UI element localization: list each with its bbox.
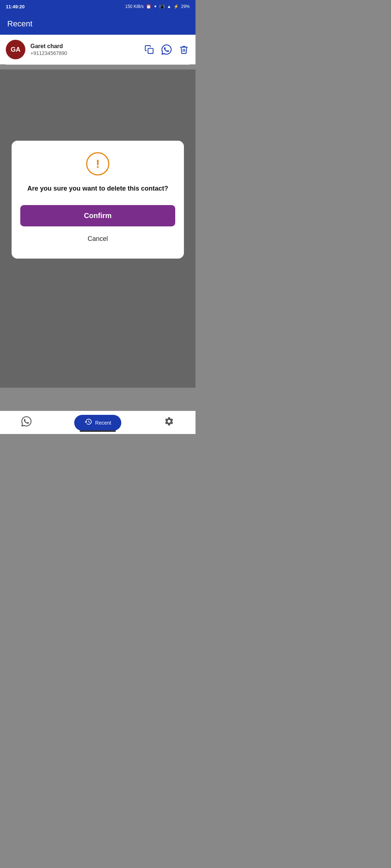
app-title: Recent	[7, 19, 33, 29]
confirm-button[interactable]: Confirm	[20, 205, 175, 226]
nav-settings[interactable]	[164, 416, 174, 429]
vibrate-icon: 📳	[159, 4, 165, 9]
main-content: GA Garet chard +911234567890	[0, 35, 196, 411]
cancel-button[interactable]: Cancel	[76, 229, 119, 248]
whatsapp-nav-icon	[21, 416, 31, 429]
status-bar: 11:49:20 150 KiB/s ⏰ ✦ 📳 ▲ ⚡ 29%	[0, 0, 196, 13]
contact-info: Garet chard +911234567890	[30, 43, 138, 56]
dialog: ! Are you sure you want to delete this c…	[12, 141, 184, 258]
svg-rect-0	[148, 48, 153, 54]
network-speed: 150 KiB/s	[125, 4, 144, 9]
warning-icon: !	[86, 152, 109, 175]
delete-icon[interactable]	[178, 44, 190, 55]
nav-recent-label: Recent	[95, 420, 111, 426]
settings-nav-icon	[164, 416, 174, 429]
app-header: Recent	[0, 13, 196, 35]
dialog-message: Are you sure you want to delete this con…	[27, 184, 168, 193]
wifi-icon: ▲	[167, 4, 171, 9]
nav-recent-btn[interactable]: Recent	[74, 415, 121, 431]
contact-phone: +911234567890	[30, 50, 138, 56]
copy-icon[interactable]	[143, 44, 155, 55]
recent-nav-icon	[84, 418, 92, 428]
status-time: 11:49:20	[6, 4, 25, 9]
divider	[6, 64, 190, 65]
nav-recent[interactable]: Recent	[74, 415, 121, 431]
contact-item[interactable]: GA Garet chard +911234567890	[0, 35, 196, 64]
nav-whatsapp[interactable]	[21, 416, 31, 429]
contact-actions	[143, 44, 190, 55]
contact-name: Garet chard	[30, 43, 138, 50]
status-icons: 150 KiB/s ⏰ ✦ 📳 ▲ ⚡ 29%	[125, 4, 190, 9]
bluetooth-icon: ✦	[154, 4, 157, 9]
battery-percent: 29%	[181, 4, 190, 9]
home-indicator	[80, 430, 116, 432]
dim-overlay: ! Are you sure you want to delete this c…	[0, 69, 196, 388]
avatar: GA	[6, 40, 25, 59]
alarm-icon: ⏰	[146, 4, 151, 9]
battery-icon: ⚡	[173, 4, 179, 9]
whatsapp-icon[interactable]	[161, 44, 172, 55]
